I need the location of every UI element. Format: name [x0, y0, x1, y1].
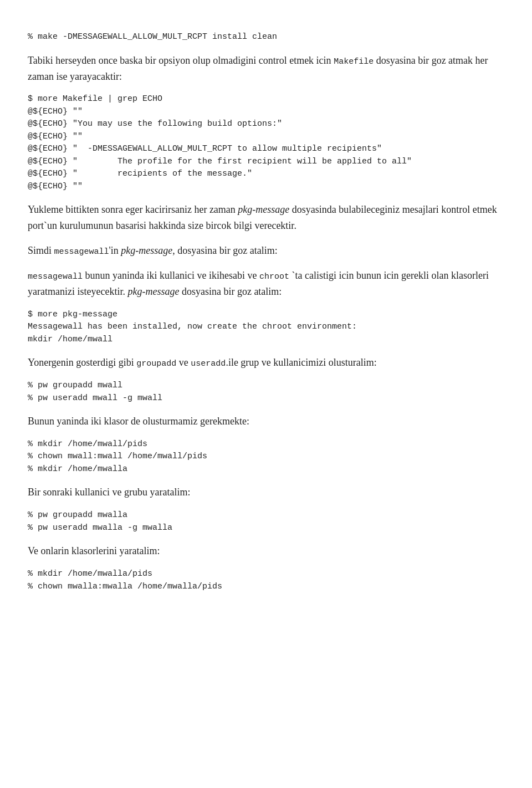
italic-pkg-message-1: pkg-message	[238, 204, 289, 215]
code-block-makefile: $ more Makefile | grep ECHO @${ECHO} "" …	[28, 93, 504, 193]
inline-code-makefile: Makefile	[334, 57, 374, 66]
inline-code-useradd: useradd	[191, 359, 226, 369]
paragraph-6: Bunun yaninda iki klasor de olusturmamiz…	[28, 413, 504, 429]
paragraph-1: Tabiki herseyden once baska bir opsiyon …	[28, 53, 504, 85]
page-content: % make -DMESSAGEWALL_ALLOW_MULT_RCPT ins…	[28, 31, 504, 593]
code-block-make: % make -DMESSAGEWALL_ALLOW_MULT_RCPT ins…	[28, 31, 504, 44]
inline-code-groupadd: groupadd	[136, 359, 176, 369]
paragraph-5: Yonergenin gosterdigi gibi groupadd ve u…	[28, 355, 504, 371]
paragraph-4: messagewall bunun yaninda iki kullanici …	[28, 268, 504, 300]
code-block-mkdir-mwall: % mkdir /home/mwall/pids % chown mwall:m…	[28, 438, 504, 476]
code-block-pw-mwalla: % pw groupadd mwalla % pw useradd mwalla…	[28, 509, 504, 534]
paragraph-8: Ve onlarin klasorlerini yaratalim:	[28, 543, 504, 559]
inline-code-messagewall-1: messagewall	[54, 247, 109, 257]
code-block-pw-mwall: % pw groupadd mwall % pw useradd mwall -…	[28, 380, 504, 405]
italic-pkg-message-2: pkg-message	[121, 245, 172, 256]
code-block-pkg-message: $ more pkg-message Messagewall has been …	[28, 309, 504, 346]
paragraph-7: Bir sonraki kullanici ve grubu yaratalim…	[28, 484, 504, 500]
inline-code-messagewall-2: messagewall	[28, 272, 83, 282]
italic-pkg-message-3: pkg-message	[127, 286, 179, 297]
paragraph-3: Simdi messagewall'in pkg-message, dosyas…	[28, 243, 504, 259]
paragraph-2: Yukleme bittikten sonra eger kacirirsani…	[28, 202, 504, 234]
inline-code-chroot: chroot	[259, 272, 289, 282]
code-block-mkdir-mwalla: % mkdir /home/mwalla/pids % chown mwalla…	[28, 568, 504, 593]
